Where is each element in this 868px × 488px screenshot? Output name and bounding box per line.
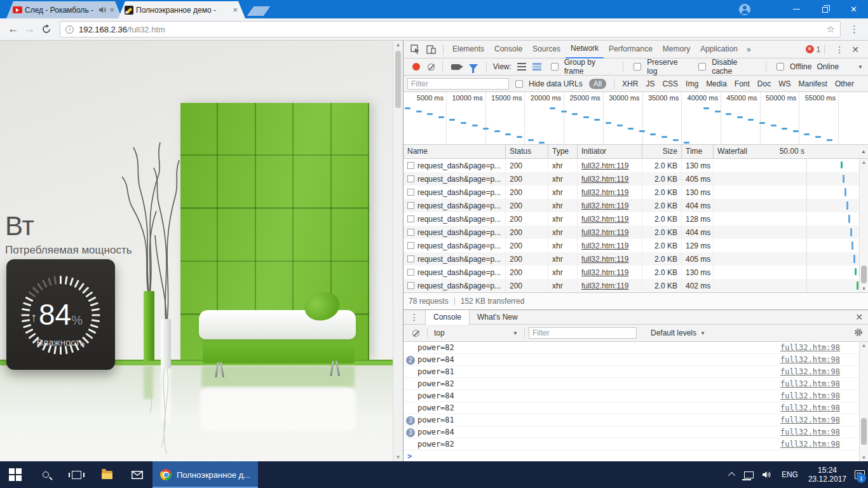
record-network-log-icon[interactable] [412,63,420,71]
device-toolbar-icon[interactable] [426,45,436,54]
filter-type-xhr[interactable]: XHR [618,79,642,88]
network-scrollbar[interactable]: ▲ ▼ [859,159,868,292]
address-bar[interactable]: i 192.168.2.36 /full32.htm ☆ [60,21,841,37]
tab-close-icon[interactable]: × [231,5,239,15]
console-source-link[interactable]: full32.htm:98 [780,355,840,364]
console-message-row[interactable]: power=82full32.htm:98 [403,438,859,451]
scrollbar-thumb[interactable] [395,51,401,108]
console-message-row[interactable]: power=82full32.htm:98 [403,378,859,390]
col-waterfall[interactable]: Waterfall 50.00 s [714,145,859,158]
filter-type-img[interactable]: Img [682,79,702,88]
initiator-link[interactable]: full32.htm:119 [581,281,629,290]
reload-button[interactable] [41,24,52,35]
log-levels-select[interactable]: Default levels [651,329,696,337]
start-button[interactable] [0,461,31,488]
show-hidden-icons-chevron[interactable] [730,472,735,477]
scroll-up-arrow-icon[interactable]: ▲ [860,342,868,348]
mail-button[interactable] [122,461,153,488]
throttling-dropdown-icon[interactable]: ▼ [858,64,863,70]
console-message-row[interactable]: 2power=84full32.htm:98 [403,354,859,366]
initiator-link[interactable]: full32.htm:119 [581,175,629,184]
group-by-frame-checkbox[interactable] [551,63,559,71]
preserve-log-checkbox[interactable] [634,63,641,71]
col-size[interactable]: Size [642,145,682,158]
maximize-button[interactable] [811,0,839,18]
levels-dropdown-icon[interactable]: ▼ [700,330,705,336]
console-source-link[interactable]: full32.htm:98 [780,428,840,437]
row-checkbox[interactable] [407,255,414,262]
page-info-icon[interactable]: i [65,25,74,34]
task-view-button[interactable] [61,461,92,488]
volume-tray-icon[interactable] [763,471,772,478]
taskbar-chrome-button[interactable]: Полноэкранное д... [153,461,258,488]
browser-tab-youtube[interactable]: След - Рокамболь - × [6,1,122,18]
console-message-row[interactable]: power=84full32.htm:98 [403,390,859,402]
console-source-link[interactable]: full32.htm:98 [780,403,840,412]
devtools-close-icon[interactable]: ✕ [850,44,864,55]
close-window-button[interactable]: ✕ [839,0,868,18]
back-button[interactable]: ← [5,23,22,36]
scroll-up-arrow-icon[interactable]: ▲ [393,42,403,48]
table-row[interactable]: request_dash&page=p...200xhrfull32.htm:1… [403,252,859,266]
console-message-row[interactable]: 3power=84full32.htm:98 [403,426,859,438]
scroll-down-arrow-icon[interactable]: ▼ [860,286,868,292]
scroll-up-arrow-icon[interactable]: ▲ [860,159,868,165]
filter-type-manifest[interactable]: Manifest [795,79,831,88]
row-checkbox[interactable] [407,175,414,182]
new-tab-button[interactable] [247,6,271,16]
console-source-link[interactable]: full32.htm:98 [780,440,840,449]
language-indicator[interactable]: ENG [782,470,798,479]
offline-checkbox[interactable] [776,63,784,71]
console-message-row[interactable]: power=81full32.htm:98 [403,366,859,378]
row-checkbox[interactable] [407,202,414,209]
table-row[interactable]: request_dash&page=p...200xhrfull32.htm:1… [403,266,859,279]
col-initiator[interactable]: Initiator [578,145,642,158]
scrollbar-thumb[interactable] [861,266,867,283]
scroll-down-arrow-icon[interactable]: ▼ [393,454,403,460]
row-checkbox[interactable] [407,215,414,222]
row-checkbox[interactable] [407,229,414,236]
hide-data-urls-checkbox[interactable] [515,80,523,88]
clear-console-icon[interactable] [412,330,419,337]
devtools-tab-application[interactable]: Application [695,41,743,58]
network-tray-icon[interactable] [744,471,754,478]
col-name[interactable]: Name [403,145,506,158]
console-message-row[interactable]: 3power=81full32.htm:98 [403,414,859,426]
disable-cache-checkbox[interactable] [698,63,706,71]
filter-type-ws[interactable]: WS [775,79,794,88]
row-checkbox[interactable] [407,189,414,196]
scroll-down-arrow-icon[interactable]: ▼ [860,455,868,461]
filter-type-css[interactable]: CSS [658,79,682,88]
sort-arrow-icon[interactable]: ▲ [859,149,868,154]
drawer-close-icon[interactable]: ✕ [854,312,868,322]
initiator-link[interactable]: full32.htm:119 [581,161,629,170]
forward-button[interactable]: → [22,23,38,36]
tab-console[interactable]: Console [425,310,470,325]
initiator-link[interactable]: full32.htm:119 [581,215,629,224]
network-filter-input[interactable] [407,78,509,90]
clear-network-icon[interactable] [428,64,435,71]
col-status[interactable]: Status [506,145,548,158]
table-row[interactable]: request_dash&page=p...200xhrfull32.htm:1… [403,239,859,252]
table-row[interactable]: request_dash&page=p...200xhrfull32.htm:1… [403,279,859,292]
table-row[interactable]: request_dash&page=p...200xhrfull32.htm:1… [403,226,859,239]
col-time[interactable]: Time [682,145,714,158]
initiator-link[interactable]: full32.htm:119 [581,268,629,277]
more-tabs-icon[interactable]: » [743,45,755,54]
tab-whats-new[interactable]: What's New [470,310,526,325]
taskbar-clock[interactable]: 15:24 23.12.2017 [808,466,846,484]
row-checkbox[interactable] [407,242,414,249]
scrollbar-thumb[interactable] [861,418,867,445]
error-badge[interactable]: ✕ 1 [806,45,821,54]
initiator-link[interactable]: full32.htm:119 [581,255,629,264]
console-filter-input[interactable] [529,327,637,339]
initiator-link[interactable]: full32.htm:119 [581,188,629,197]
file-explorer-button[interactable] [92,461,122,488]
devtools-tab-memory[interactable]: Memory [658,41,695,58]
browser-menu-icon[interactable]: ⋮ [846,24,863,35]
minimize-button[interactable] [782,0,811,18]
use-small-rows-icon[interactable] [517,63,526,71]
profile-icon[interactable] [739,4,750,15]
tab-close-icon[interactable]: × [108,5,116,15]
filter-type-other[interactable]: Other [831,79,858,88]
